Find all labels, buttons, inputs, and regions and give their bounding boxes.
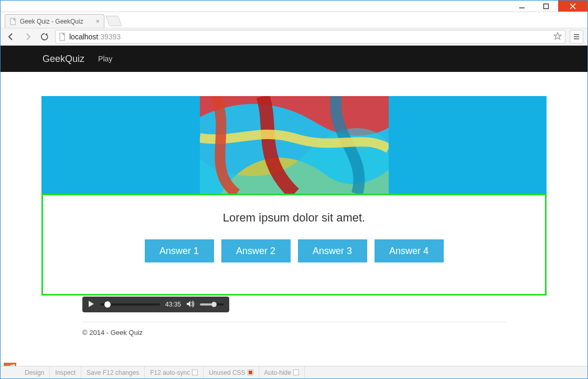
address-port: :39393 bbox=[98, 33, 121, 41]
reload-button[interactable] bbox=[38, 30, 51, 43]
site-brand[interactable]: GeekQuiz bbox=[42, 54, 84, 65]
answer-button-2[interactable]: Answer 2 bbox=[221, 239, 291, 262]
svg-marker-7 bbox=[554, 33, 561, 39]
bl-design-button[interactable]: Design bbox=[19, 366, 50, 378]
bl-autosync-toggle[interactable]: F12 auto-sync bbox=[145, 366, 204, 378]
footer-copyright: © 2014 - Geek Quiz bbox=[82, 329, 506, 336]
new-tab-button[interactable] bbox=[105, 16, 122, 26]
browser-tab-active[interactable]: Geek Quiz - GeekQuiz × bbox=[5, 14, 104, 28]
bookmark-star-icon[interactable] bbox=[553, 32, 562, 42]
window-maximize-button[interactable] bbox=[534, 1, 558, 12]
browser-toolbar: localhost:39393 bbox=[1, 28, 587, 46]
svg-marker-12 bbox=[89, 301, 94, 307]
tab-close-icon[interactable]: × bbox=[95, 18, 100, 25]
tab-title: Geek Quiz - GeekQuiz bbox=[20, 18, 83, 25]
svg-rect-1 bbox=[544, 4, 549, 8]
window-minimize-button[interactable] bbox=[510, 1, 534, 12]
browser-window: Geek Quiz - GeekQuiz × localhost:39393 bbox=[0, 0, 588, 379]
address-bar[interactable]: localhost:39393 bbox=[55, 30, 565, 44]
bl-inspect-button[interactable]: Inspect bbox=[50, 366, 81, 378]
site-navbar: GeekQuiz Play bbox=[1, 46, 587, 72]
audio-player[interactable]: 43:35 bbox=[82, 297, 229, 312]
hero-banner bbox=[41, 96, 547, 194]
checkbox-icon bbox=[293, 370, 299, 375]
question-text: Lorem ipsum dolor sit amet. bbox=[59, 211, 529, 225]
seek-slider[interactable] bbox=[100, 303, 160, 306]
answer-button-1[interactable]: Answer 1 bbox=[145, 239, 214, 262]
checkbox-icon bbox=[192, 370, 198, 375]
page-icon bbox=[59, 33, 66, 41]
play-icon[interactable] bbox=[88, 300, 95, 309]
back-button[interactable] bbox=[5, 30, 17, 43]
browser-tabstrip: Geek Quiz - GeekQuiz × bbox=[1, 12, 587, 28]
svg-marker-5 bbox=[45, 33, 48, 36]
window-close-button[interactable] bbox=[558, 1, 587, 12]
bl-unusedcss-toggle[interactable]: Unused CSS bbox=[204, 366, 259, 378]
page-body: Lorem ipsum dolor sit amet. Answer 1 Ans… bbox=[1, 72, 587, 336]
volume-slider[interactable] bbox=[200, 303, 224, 306]
player-time: 43:35 bbox=[165, 301, 181, 308]
quiz-panel: Lorem ipsum dolor sit amet. Answer 1 Ans… bbox=[41, 194, 547, 296]
nav-play-link[interactable]: Play bbox=[98, 55, 112, 63]
svg-marker-13 bbox=[187, 301, 190, 307]
address-host: localhost bbox=[69, 33, 98, 41]
hero-image bbox=[200, 96, 389, 194]
answer-button-4[interactable]: Answer 4 bbox=[375, 239, 444, 262]
chrome-menu-button[interactable] bbox=[570, 30, 583, 44]
answers-row: Answer 1 Answer 2 Answer 3 Answer 4 bbox=[59, 239, 529, 262]
bl-save-button[interactable]: Save F12 changes bbox=[81, 366, 145, 378]
browserlink-toolbar: Design Inspect Save F12 changes F12 auto… bbox=[1, 366, 587, 378]
volume-icon[interactable] bbox=[186, 300, 195, 309]
window-titlebar bbox=[1, 1, 587, 12]
page-viewport: GeekQuiz Play Lorem ipsum dolor sit amet… bbox=[1, 46, 587, 378]
footer-divider bbox=[82, 322, 506, 322]
forward-button[interactable] bbox=[22, 30, 34, 43]
answer-button-3[interactable]: Answer 3 bbox=[298, 239, 367, 262]
tab-favicon-icon bbox=[9, 18, 17, 25]
bl-autohide-toggle[interactable]: Auto-hide bbox=[259, 366, 305, 378]
checkbox-icon bbox=[248, 370, 253, 375]
